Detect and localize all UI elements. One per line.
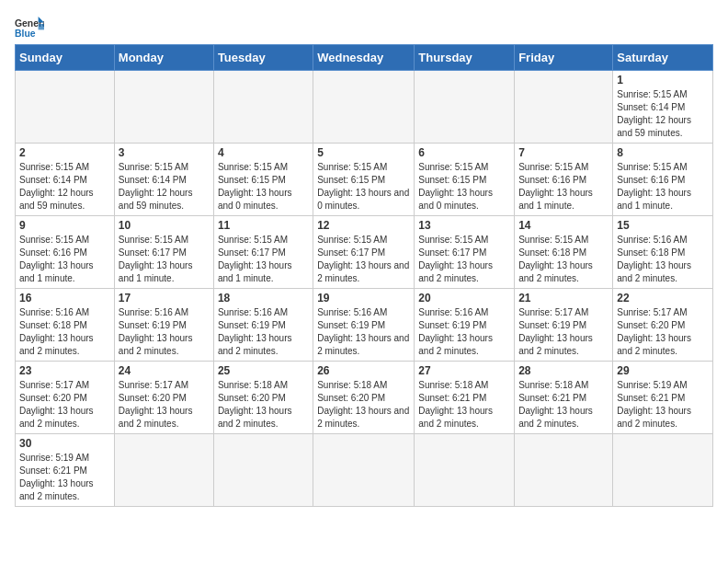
calendar-day-cell: 1Sunrise: 5:15 AM Sunset: 6:14 PM Daylig… [613, 71, 713, 144]
day-number: 5 [317, 146, 410, 159]
calendar-day-cell: 2Sunrise: 5:15 AM Sunset: 6:14 PM Daylig… [16, 144, 115, 216]
day-info: Sunrise: 5:16 AM Sunset: 6:19 PM Dayligh… [317, 306, 410, 358]
calendar-day-cell: 9Sunrise: 5:15 AM Sunset: 6:16 PM Daylig… [16, 216, 115, 289]
day-number: 22 [617, 292, 709, 304]
calendar-day-cell: 13Sunrise: 5:15 AM Sunset: 6:17 PM Dayli… [415, 216, 515, 289]
calendar-day-cell: 23Sunrise: 5:17 AM Sunset: 6:20 PM Dayli… [16, 362, 115, 434]
calendar-day-cell: 16Sunrise: 5:16 AM Sunset: 6:18 PM Dayli… [16, 289, 115, 362]
day-number: 17 [119, 292, 210, 304]
calendar-day-cell: 6Sunrise: 5:15 AM Sunset: 6:15 PM Daylig… [415, 144, 515, 216]
calendar-day-cell: 14Sunrise: 5:15 AM Sunset: 6:18 PM Dayli… [515, 216, 613, 289]
day-info: Sunrise: 5:15 AM Sunset: 6:16 PM Dayligh… [19, 234, 110, 285]
svg-marker-3 [39, 24, 44, 29]
day-info: Sunrise: 5:19 AM Sunset: 6:21 PM Dayligh… [617, 379, 709, 431]
calendar-week-row: 30Sunrise: 5:19 AM Sunset: 6:21 PM Dayli… [16, 434, 713, 507]
day-info: Sunrise: 5:15 AM Sunset: 6:16 PM Dayligh… [518, 161, 609, 213]
day-number: 18 [218, 292, 309, 304]
day-info: Sunrise: 5:18 AM Sunset: 6:21 PM Dayligh… [518, 379, 609, 431]
calendar-day-cell: 10Sunrise: 5:15 AM Sunset: 6:17 PM Dayli… [114, 216, 213, 289]
calendar-day-cell: 5Sunrise: 5:15 AM Sunset: 6:15 PM Daylig… [313, 144, 415, 216]
calendar-week-row: 16Sunrise: 5:16 AM Sunset: 6:18 PM Dayli… [16, 289, 713, 362]
calendar-day-cell: 21Sunrise: 5:17 AM Sunset: 6:19 PM Dayli… [515, 289, 613, 362]
calendar-day-cell [613, 434, 713, 507]
day-info: Sunrise: 5:17 AM Sunset: 6:19 PM Dayligh… [518, 306, 609, 358]
day-number: 10 [119, 219, 210, 232]
weekday-header-row: SundayMondayTuesdayWednesdayThursdayFrid… [16, 45, 713, 71]
calendar-day-cell: 30Sunrise: 5:19 AM Sunset: 6:21 PM Dayli… [16, 434, 115, 507]
calendar-day-cell: 11Sunrise: 5:15 AM Sunset: 6:17 PM Dayli… [213, 216, 313, 289]
calendar-day-cell [213, 71, 313, 144]
day-info: Sunrise: 5:15 AM Sunset: 6:17 PM Dayligh… [418, 234, 510, 285]
day-number: 15 [617, 219, 709, 232]
calendar-day-cell: 29Sunrise: 5:19 AM Sunset: 6:21 PM Dayli… [613, 362, 713, 434]
weekday-header-monday: Monday [114, 45, 213, 71]
calendar-day-cell [313, 434, 415, 507]
calendar-week-row: 23Sunrise: 5:17 AM Sunset: 6:20 PM Dayli… [16, 362, 713, 434]
calendar-day-cell: 28Sunrise: 5:18 AM Sunset: 6:21 PM Dayli… [515, 362, 613, 434]
weekday-header-tuesday: Tuesday [213, 45, 313, 71]
day-number: 29 [617, 364, 709, 377]
calendar-day-cell [515, 71, 613, 144]
day-number: 12 [317, 219, 410, 232]
weekday-header-wednesday: Wednesday [313, 45, 415, 71]
day-info: Sunrise: 5:15 AM Sunset: 6:15 PM Dayligh… [317, 161, 410, 213]
calendar-day-cell: 3Sunrise: 5:15 AM Sunset: 6:14 PM Daylig… [114, 144, 213, 216]
calendar-day-cell: 7Sunrise: 5:15 AM Sunset: 6:16 PM Daylig… [515, 144, 613, 216]
calendar-day-cell [415, 434, 515, 507]
calendar-day-cell [213, 434, 313, 507]
day-number: 7 [518, 146, 609, 159]
day-number: 14 [518, 219, 609, 232]
calendar-day-cell: 27Sunrise: 5:18 AM Sunset: 6:21 PM Dayli… [415, 362, 515, 434]
day-number: 11 [218, 219, 309, 232]
day-number: 13 [418, 219, 510, 232]
day-info: Sunrise: 5:15 AM Sunset: 6:14 PM Dayligh… [19, 161, 110, 213]
day-number: 1 [617, 74, 709, 86]
day-info: Sunrise: 5:17 AM Sunset: 6:20 PM Dayligh… [119, 379, 210, 431]
day-info: Sunrise: 5:17 AM Sunset: 6:20 PM Dayligh… [19, 379, 110, 431]
day-number: 27 [418, 364, 510, 377]
calendar-day-cell [114, 71, 213, 144]
calendar-week-row: 2Sunrise: 5:15 AM Sunset: 6:14 PM Daylig… [16, 144, 713, 216]
calendar-day-cell: 12Sunrise: 5:15 AM Sunset: 6:17 PM Dayli… [313, 216, 415, 289]
calendar-day-cell: 15Sunrise: 5:16 AM Sunset: 6:18 PM Dayli… [613, 216, 713, 289]
day-info: Sunrise: 5:16 AM Sunset: 6:19 PM Dayligh… [119, 306, 210, 358]
weekday-header-sunday: Sunday [16, 45, 115, 71]
calendar-day-cell: 20Sunrise: 5:16 AM Sunset: 6:19 PM Dayli… [415, 289, 515, 362]
calendar-day-cell [313, 71, 415, 144]
day-number: 25 [218, 364, 309, 377]
svg-text:Blue: Blue [15, 29, 36, 39]
calendar-day-cell [16, 71, 115, 144]
day-number: 4 [218, 146, 309, 159]
day-number: 30 [19, 437, 110, 450]
calendar-day-cell: 26Sunrise: 5:18 AM Sunset: 6:20 PM Dayli… [313, 362, 415, 434]
calendar-day-cell: 24Sunrise: 5:17 AM Sunset: 6:20 PM Dayli… [114, 362, 213, 434]
calendar-day-cell: 8Sunrise: 5:15 AM Sunset: 6:16 PM Daylig… [613, 144, 713, 216]
calendar-day-cell: 25Sunrise: 5:18 AM Sunset: 6:20 PM Dayli… [213, 362, 313, 434]
generalblue-logo-icon: General Blue [15, 15, 44, 40]
calendar-day-cell: 19Sunrise: 5:16 AM Sunset: 6:19 PM Dayli… [313, 289, 415, 362]
weekday-header-friday: Friday [515, 45, 613, 71]
calendar-day-cell [415, 71, 515, 144]
calendar-day-cell: 22Sunrise: 5:17 AM Sunset: 6:20 PM Dayli… [613, 289, 713, 362]
day-number: 24 [119, 364, 210, 377]
day-info: Sunrise: 5:15 AM Sunset: 6:17 PM Dayligh… [218, 234, 309, 285]
day-number: 21 [518, 292, 609, 304]
calendar-table: SundayMondayTuesdayWednesdayThursdayFrid… [15, 44, 713, 507]
day-info: Sunrise: 5:18 AM Sunset: 6:20 PM Dayligh… [317, 379, 410, 431]
day-info: Sunrise: 5:16 AM Sunset: 6:18 PM Dayligh… [19, 306, 110, 358]
day-number: 8 [617, 146, 709, 159]
day-info: Sunrise: 5:15 AM Sunset: 6:16 PM Dayligh… [617, 161, 709, 213]
day-info: Sunrise: 5:18 AM Sunset: 6:20 PM Dayligh… [218, 379, 309, 431]
day-number: 9 [19, 219, 110, 232]
day-info: Sunrise: 5:18 AM Sunset: 6:21 PM Dayligh… [418, 379, 510, 431]
day-number: 2 [19, 146, 110, 159]
day-info: Sunrise: 5:15 AM Sunset: 6:15 PM Dayligh… [418, 161, 510, 213]
weekday-header-thursday: Thursday [415, 45, 515, 71]
calendar-day-cell: 18Sunrise: 5:16 AM Sunset: 6:19 PM Dayli… [213, 289, 313, 362]
day-info: Sunrise: 5:16 AM Sunset: 6:19 PM Dayligh… [418, 306, 510, 358]
day-info: Sunrise: 5:15 AM Sunset: 6:15 PM Dayligh… [218, 161, 309, 213]
weekday-header-saturday: Saturday [613, 45, 713, 71]
day-number: 23 [19, 364, 110, 377]
day-info: Sunrise: 5:15 AM Sunset: 6:17 PM Dayligh… [119, 234, 210, 285]
calendar-week-row: 9Sunrise: 5:15 AM Sunset: 6:16 PM Daylig… [16, 216, 713, 289]
